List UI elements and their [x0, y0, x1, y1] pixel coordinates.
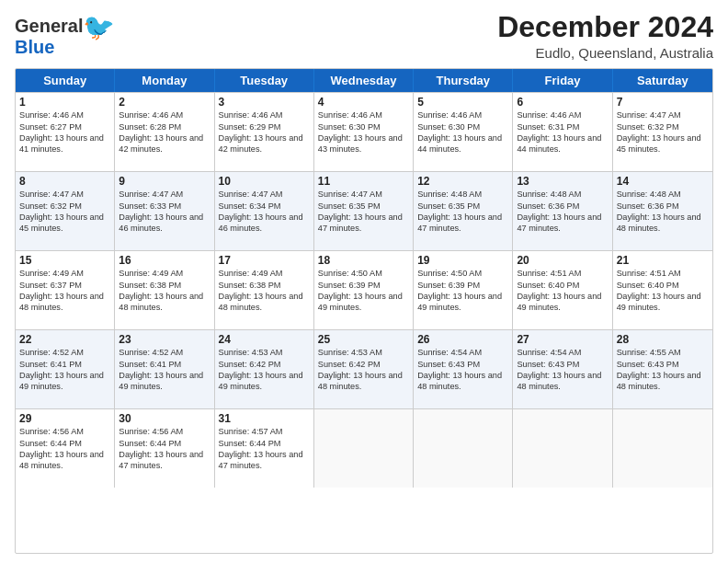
day-number: 19 — [417, 254, 508, 267]
calendar-cell-w1-d7: 7Sunrise: 4:47 AM Sunset: 6:32 PM Daylig… — [613, 93, 712, 171]
day-number: 15 — [19, 254, 110, 267]
day-number: 1 — [19, 96, 110, 109]
day-number: 22 — [19, 333, 110, 346]
day-number: 7 — [617, 96, 709, 109]
calendar-cell-w3-d7: 21Sunrise: 4:51 AM Sunset: 6:40 PM Dayli… — [613, 251, 712, 329]
cell-info: Sunrise: 4:53 AM Sunset: 6:42 PM Dayligh… — [318, 347, 409, 393]
calendar-cell-w2-d1: 8Sunrise: 4:47 AM Sunset: 6:32 PM Daylig… — [16, 172, 115, 250]
calendar-week-1: 1Sunrise: 4:46 AM Sunset: 6:27 PM Daylig… — [16, 92, 712, 171]
day-number: 27 — [517, 333, 608, 346]
header-saturday: Saturday — [613, 69, 712, 92]
cell-info: Sunrise: 4:48 AM Sunset: 6:36 PM Dayligh… — [517, 189, 608, 235]
day-number: 25 — [318, 333, 409, 346]
day-number: 8 — [19, 175, 110, 188]
cell-info: Sunrise: 4:47 AM Sunset: 6:34 PM Dayligh… — [219, 189, 310, 235]
day-number: 11 — [318, 175, 409, 188]
calendar-header: Sunday Monday Tuesday Wednesday Thursday… — [16, 69, 712, 92]
cell-info: Sunrise: 4:50 AM Sunset: 6:39 PM Dayligh… — [417, 268, 508, 314]
cell-info: Sunrise: 4:49 AM Sunset: 6:37 PM Dayligh… — [19, 268, 110, 314]
calendar-cell-w3-d4: 18Sunrise: 4:50 AM Sunset: 6:39 PM Dayli… — [314, 251, 414, 329]
logo-blue: Blue — [15, 37, 54, 58]
calendar-cell-w4-d5: 26Sunrise: 4:54 AM Sunset: 6:43 PM Dayli… — [414, 330, 513, 408]
title-area: December 2024 Eudlo, Queensland, Austral… — [497, 11, 713, 61]
calendar-cell-w2-d4: 11Sunrise: 4:47 AM Sunset: 6:35 PM Dayli… — [314, 172, 414, 250]
day-number: 6 — [517, 96, 608, 109]
cell-info: Sunrise: 4:48 AM Sunset: 6:36 PM Dayligh… — [617, 189, 709, 235]
calendar-cell-w2-d7: 14Sunrise: 4:48 AM Sunset: 6:36 PM Dayli… — [613, 172, 712, 250]
logo-general: General — [15, 16, 83, 36]
calendar-cell-w1-d6: 6Sunrise: 4:46 AM Sunset: 6:31 PM Daylig… — [513, 93, 612, 171]
day-number: 13 — [517, 175, 608, 188]
calendar-cell-w3-d1: 15Sunrise: 4:49 AM Sunset: 6:37 PM Dayli… — [16, 251, 115, 329]
cell-info: Sunrise: 4:47 AM Sunset: 6:32 PM Dayligh… — [617, 109, 709, 155]
location: Eudlo, Queensland, Australia — [497, 45, 713, 61]
day-number: 30 — [119, 412, 210, 425]
calendar-cell-w1-d2: 2Sunrise: 4:46 AM Sunset: 6:28 PM Daylig… — [115, 93, 214, 171]
cell-info: Sunrise: 4:49 AM Sunset: 6:38 PM Dayligh… — [219, 268, 310, 314]
calendar-cell-w3-d5: 19Sunrise: 4:50 AM Sunset: 6:39 PM Dayli… — [414, 251, 513, 329]
cell-info: Sunrise: 4:56 AM Sunset: 6:44 PM Dayligh… — [119, 426, 210, 472]
day-number: 3 — [219, 96, 310, 109]
header-sunday: Sunday — [16, 69, 115, 92]
cell-info: Sunrise: 4:56 AM Sunset: 6:44 PM Dayligh… — [19, 426, 110, 472]
calendar-cell-w4-d4: 25Sunrise: 4:53 AM Sunset: 6:42 PM Dayli… — [314, 330, 414, 408]
calendar-cell-w5-d3: 31Sunrise: 4:57 AM Sunset: 6:44 PM Dayli… — [215, 409, 314, 488]
day-number: 5 — [417, 96, 508, 109]
cell-info: Sunrise: 4:46 AM Sunset: 6:28 PM Dayligh… — [119, 109, 210, 155]
cell-info: Sunrise: 4:57 AM Sunset: 6:44 PM Dayligh… — [219, 426, 310, 472]
cell-info: Sunrise: 4:50 AM Sunset: 6:39 PM Dayligh… — [318, 268, 409, 314]
cell-info: Sunrise: 4:52 AM Sunset: 6:41 PM Dayligh… — [119, 347, 210, 393]
day-number: 16 — [119, 254, 210, 267]
calendar-cell-w4-d6: 27Sunrise: 4:54 AM Sunset: 6:43 PM Dayli… — [513, 330, 612, 408]
calendar-cell-w4-d7: 28Sunrise: 4:55 AM Sunset: 6:43 PM Dayli… — [613, 330, 712, 408]
calendar-cell-w2-d6: 13Sunrise: 4:48 AM Sunset: 6:36 PM Dayli… — [513, 172, 612, 250]
calendar-cell-w5-d1: 29Sunrise: 4:56 AM Sunset: 6:44 PM Dayli… — [16, 409, 115, 488]
cell-info: Sunrise: 4:52 AM Sunset: 6:41 PM Dayligh… — [19, 347, 110, 393]
day-number: 23 — [119, 333, 210, 346]
day-number: 28 — [617, 333, 709, 346]
day-number: 14 — [617, 175, 709, 188]
cell-info: Sunrise: 4:48 AM Sunset: 6:35 PM Dayligh… — [417, 189, 508, 235]
calendar-cell-w3-d6: 20Sunrise: 4:51 AM Sunset: 6:40 PM Dayli… — [513, 251, 612, 329]
calendar-cell-w1-d3: 3Sunrise: 4:46 AM Sunset: 6:29 PM Daylig… — [215, 93, 314, 171]
cell-info: Sunrise: 4:47 AM Sunset: 6:32 PM Dayligh… — [19, 189, 110, 235]
day-number: 9 — [119, 175, 210, 188]
header-tuesday: Tuesday — [215, 69, 314, 92]
calendar-week-4: 22Sunrise: 4:52 AM Sunset: 6:41 PM Dayli… — [16, 329, 712, 408]
header-thursday: Thursday — [414, 69, 513, 92]
cell-info: Sunrise: 4:53 AM Sunset: 6:42 PM Dayligh… — [219, 347, 310, 393]
logo-bird-icon: 🐦 — [83, 13, 115, 41]
cell-info: Sunrise: 4:51 AM Sunset: 6:40 PM Dayligh… — [517, 268, 608, 314]
calendar-cell-w3-d2: 16Sunrise: 4:49 AM Sunset: 6:38 PM Dayli… — [115, 251, 214, 329]
day-number: 2 — [119, 96, 210, 109]
calendar-cell-w1-d4: 4Sunrise: 4:46 AM Sunset: 6:30 PM Daylig… — [314, 93, 414, 171]
day-number: 10 — [219, 175, 310, 188]
day-number: 4 — [318, 96, 409, 109]
calendar-week-5: 29Sunrise: 4:56 AM Sunset: 6:44 PM Dayli… — [16, 408, 712, 488]
cell-info: Sunrise: 4:46 AM Sunset: 6:30 PM Dayligh… — [318, 109, 409, 155]
day-number: 21 — [617, 254, 709, 267]
page: General🐦 Blue December 2024 Eudlo, Queen… — [0, 0, 728, 563]
calendar-week-3: 15Sunrise: 4:49 AM Sunset: 6:37 PM Dayli… — [16, 250, 712, 329]
cell-info: Sunrise: 4:47 AM Sunset: 6:35 PM Dayligh… — [318, 189, 409, 235]
calendar-cell-w5-d5 — [414, 409, 513, 488]
header: General🐦 Blue December 2024 Eudlo, Queen… — [15, 11, 713, 61]
calendar-body: 1Sunrise: 4:46 AM Sunset: 6:27 PM Daylig… — [16, 92, 712, 488]
cell-info: Sunrise: 4:54 AM Sunset: 6:43 PM Dayligh… — [517, 347, 608, 393]
calendar-cell-w4-d3: 24Sunrise: 4:53 AM Sunset: 6:42 PM Dayli… — [215, 330, 314, 408]
calendar-cell-w4-d1: 22Sunrise: 4:52 AM Sunset: 6:41 PM Dayli… — [16, 330, 115, 408]
calendar-cell-w5-d4 — [314, 409, 414, 488]
cell-info: Sunrise: 4:49 AM Sunset: 6:38 PM Dayligh… — [119, 268, 210, 314]
header-friday: Friday — [513, 69, 612, 92]
calendar-cell-w5-d2: 30Sunrise: 4:56 AM Sunset: 6:44 PM Dayli… — [115, 409, 214, 488]
calendar: Sunday Monday Tuesday Wednesday Thursday… — [15, 68, 713, 554]
calendar-cell-w1-d1: 1Sunrise: 4:46 AM Sunset: 6:27 PM Daylig… — [16, 93, 115, 171]
day-number: 26 — [417, 333, 508, 346]
month-title: December 2024 — [497, 11, 713, 43]
cell-info: Sunrise: 4:55 AM Sunset: 6:43 PM Dayligh… — [617, 347, 709, 393]
calendar-cell-w1-d5: 5Sunrise: 4:46 AM Sunset: 6:30 PM Daylig… — [414, 93, 513, 171]
cell-info: Sunrise: 4:46 AM Sunset: 6:30 PM Dayligh… — [417, 109, 508, 155]
day-number: 17 — [219, 254, 310, 267]
calendar-cell-w5-d6 — [513, 409, 612, 488]
cell-info: Sunrise: 4:54 AM Sunset: 6:43 PM Dayligh… — [417, 347, 508, 393]
